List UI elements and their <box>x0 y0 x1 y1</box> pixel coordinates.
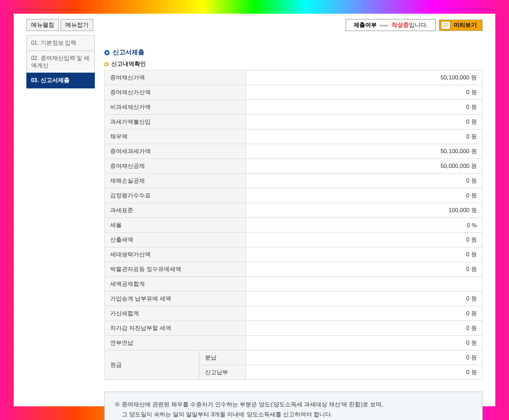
submission-status: 제출여부 ▸▸▸▸ 작성중 입니다. <box>346 19 436 31</box>
table-row: 채무액0 원 <box>105 129 483 144</box>
table-row: 과세가액불산입0 원 <box>105 115 483 129</box>
row-label: 차가감 자진납부할 세액 <box>105 321 246 336</box>
row-value: 0 원 <box>246 100 483 115</box>
row-value: 0 원 <box>246 336 483 351</box>
table-row: 가산세합계0 원 <box>105 306 483 321</box>
row-value: 50,100,000 원 <box>246 71 483 85</box>
row-label: 연부연납 <box>105 336 246 351</box>
row-label: 증여재산가액 <box>105 71 246 85</box>
row-value: 0 원 <box>246 233 483 247</box>
row-value: 0 원 <box>246 306 483 321</box>
footnote-line-1: ※ 증여재산에 관련된 채무를 수증자가 인수하는 부분은 양도('양도소득세 … <box>114 399 473 409</box>
preview-button[interactable]: 미리보기 <box>439 19 483 31</box>
row-value: 0 원 <box>246 262 483 277</box>
table-row: 세율0 % <box>105 218 483 233</box>
summary-table: 증여재산가액50,100,000 원증여재산가산액0 원비과세재산가액0 원과세… <box>104 70 483 380</box>
row-label: 증여재산공제 <box>105 159 246 174</box>
row-label: 재해손실공제 <box>105 174 246 188</box>
row-value: 100,000 원 <box>246 203 483 218</box>
row-value: 0 % <box>246 218 483 233</box>
table-row: 증여재산공제50,000,000 원 <box>105 159 483 174</box>
document-icon <box>441 21 451 29</box>
sidebar-item-asset-entry[interactable]: 02. 증여재산입력 및 세액계산 <box>26 51 95 73</box>
table-row: 과세표준100,000 원 <box>105 203 483 218</box>
table-row: 세대생략가산액0 원 <box>105 247 483 262</box>
top-bar: 메뉴펼침 메뉴접기 제출여부 ▸▸▸▸ 작성중 입니다. 미리보기 <box>26 19 483 31</box>
table-row: 가업승계 납부유예 세액0 원 <box>105 292 483 306</box>
table-row: 산출세액0 원 <box>105 233 483 247</box>
row-label: 증여세과세가액 <box>105 144 246 159</box>
row-label: 증여재산가산액 <box>105 85 246 100</box>
status-bar: 제출여부 ▸▸▸▸ 작성중 입니다. 미리보기 <box>346 19 483 31</box>
row-value: 0 원 <box>246 174 483 188</box>
row-label: 과세표준 <box>105 203 246 218</box>
table-row: 감정평가수수료0 원 <box>105 188 483 203</box>
step-sidebar: 01. 기본정보 입력 02. 증여재산입력 및 세액계산 03. 신고서제출 <box>26 35 95 88</box>
sidebar-item-submit[interactable]: 03. 신고서제출 <box>26 73 95 88</box>
table-row: 재해손실공제0 원 <box>105 174 483 188</box>
bullet-orange-icon <box>104 62 109 66</box>
main-panel: 신고서제출 신고내역확인 증여재산가액50,100,000 원증여재산가산액0 … <box>104 35 483 420</box>
row-label: 세액공제합계 <box>105 277 246 292</box>
status-value: 작성중 <box>391 21 409 29</box>
row-cash-label: 현금 <box>105 351 200 380</box>
sub-section-title-text: 신고내역확인 <box>111 60 146 68</box>
row-cash-sub2-label: 신고납부 <box>200 365 246 380</box>
row-value: 0 원 <box>246 321 483 336</box>
table-row: 세액공제합계 <box>105 277 483 292</box>
menu-expand-button[interactable]: 메뉴펼침 <box>26 19 59 31</box>
section-title: 신고서제출 <box>104 48 483 57</box>
footnote-line-2: 그 양도일이 속하는 달의 말일부터 3개월 이내에 양도소득세를 신고하여야 … <box>114 409 473 419</box>
row-value: 0 원 <box>246 292 483 306</box>
preview-label: 미리보기 <box>454 21 477 29</box>
row-label: 채무액 <box>105 129 246 144</box>
menu-button-group: 메뉴펼침 메뉴접기 <box>26 19 93 31</box>
row-label: 박물관자료등 징수유예세액 <box>105 262 246 277</box>
footnote-box: ※ 증여재산에 관련된 채무를 수증자가 인수하는 부분은 양도('양도소득세 … <box>104 392 483 420</box>
table-row: 박물관자료등 징수유예세액0 원 <box>105 262 483 277</box>
table-row: 증여재산가산액0 원 <box>105 85 483 100</box>
row-label: 세율 <box>105 218 246 233</box>
table-row: 증여재산가액50,100,000 원 <box>105 71 483 85</box>
row-value: 0 원 <box>246 188 483 203</box>
section-title-text: 신고서제출 <box>113 48 144 57</box>
row-value: 0 원 <box>246 115 483 129</box>
row-label: 비과세재산가액 <box>105 100 246 115</box>
row-label: 감정평가수수료 <box>105 188 246 203</box>
bullet-blue-icon <box>104 50 110 55</box>
row-value: 50,000,000 원 <box>246 159 483 174</box>
sidebar-item-basic-info[interactable]: 01. 기본정보 입력 <box>26 35 95 51</box>
chevrons-right-icon: ▸▸▸▸ <box>380 23 388 28</box>
row-label: 산출세액 <box>105 233 246 247</box>
row-value <box>246 277 483 292</box>
row-cash-sub2-value: 0 원 <box>246 365 483 380</box>
content-layout: 01. 기본정보 입력 02. 증여재산입력 및 세액계산 03. 신고서제출 … <box>26 35 483 420</box>
row-label: 세대생략가산액 <box>105 247 246 262</box>
status-label: 제출여부 <box>354 21 377 29</box>
row-cash-sub1-label: 분납 <box>200 351 246 365</box>
status-suffix: 입니다. <box>409 21 428 29</box>
row-value: 0 원 <box>246 129 483 144</box>
menu-collapse-button[interactable]: 메뉴접기 <box>61 19 93 31</box>
row-value: 0 원 <box>246 247 483 262</box>
row-label: 과세가액불산입 <box>105 115 246 129</box>
table-row: 증여세과세가액50,100,000 원 <box>105 144 483 159</box>
table-row: 비과세재산가액0 원 <box>105 100 483 115</box>
table-row: 연부연납0 원 <box>105 336 483 351</box>
sub-section-title: 신고내역확인 <box>104 60 483 68</box>
row-label: 가산세합계 <box>105 306 246 321</box>
table-row: 차가감 자진납부할 세액0 원 <box>105 321 483 336</box>
row-value: 50,100,000 원 <box>246 144 483 159</box>
row-value: 0 원 <box>246 85 483 100</box>
row-cash-sub1-value: 0 원 <box>246 351 483 365</box>
row-label: 가업승계 납부유예 세액 <box>105 292 246 306</box>
table-row: 현금 분납 0 원 <box>105 351 483 365</box>
app-window: 메뉴펼침 메뉴접기 제출여부 ▸▸▸▸ 작성중 입니다. 미리보기 01. 기본… <box>14 14 495 406</box>
